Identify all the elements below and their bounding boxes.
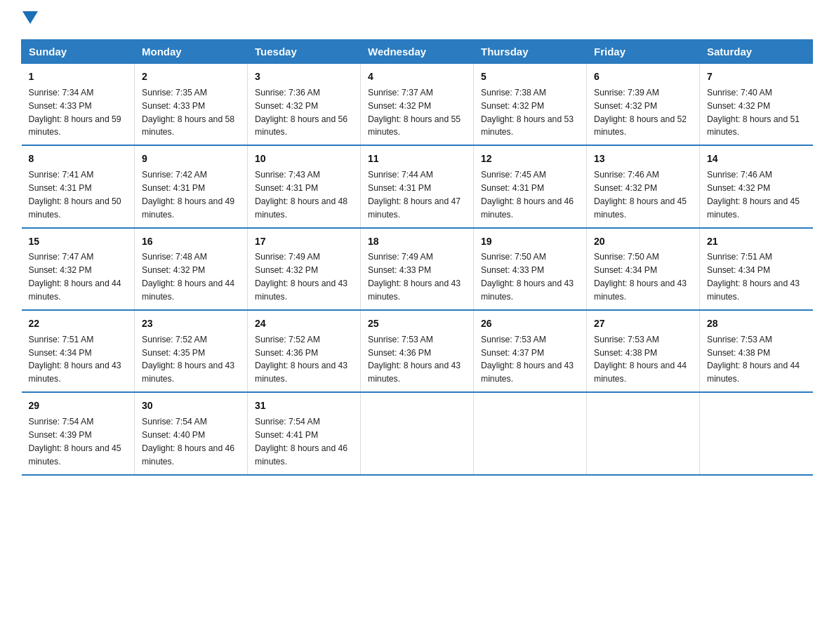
- calendar-cell: 12 Sunrise: 7:45 AMSunset: 4:31 PMDaylig…: [474, 145, 587, 227]
- calendar-cell: 13 Sunrise: 7:46 AMSunset: 4:32 PMDaylig…: [587, 145, 700, 227]
- day-number: 18: [368, 234, 466, 250]
- calendar-cell: 10 Sunrise: 7:43 AMSunset: 4:31 PMDaylig…: [248, 145, 361, 227]
- day-info: Sunrise: 7:42 AMSunset: 4:31 PMDaylight:…: [142, 168, 240, 222]
- day-number: 5: [481, 69, 579, 85]
- calendar-cell: 2 Sunrise: 7:35 AMSunset: 4:33 PMDayligh…: [135, 64, 248, 146]
- calendar-cell: 18 Sunrise: 7:49 AMSunset: 4:33 PMDaylig…: [361, 228, 474, 310]
- day-number: 3: [255, 69, 353, 85]
- calendar-cell: 8 Sunrise: 7:41 AMSunset: 4:31 PMDayligh…: [22, 145, 135, 227]
- day-number: 20: [594, 234, 692, 250]
- day-number: 30: [142, 398, 240, 414]
- day-info: Sunrise: 7:50 AMSunset: 4:34 PMDaylight:…: [594, 250, 692, 304]
- day-info: Sunrise: 7:46 AMSunset: 4:32 PMDaylight:…: [707, 168, 806, 222]
- day-info: Sunrise: 7:41 AMSunset: 4:31 PMDaylight:…: [29, 168, 128, 222]
- calendar-cell: 11 Sunrise: 7:44 AMSunset: 4:31 PMDaylig…: [361, 145, 474, 227]
- day-info: Sunrise: 7:35 AMSunset: 4:33 PMDaylight:…: [142, 86, 240, 140]
- day-info: Sunrise: 7:52 AMSunset: 4:35 PMDaylight:…: [142, 333, 240, 387]
- day-info: Sunrise: 7:54 AMSunset: 4:39 PMDaylight:…: [29, 415, 128, 469]
- calendar-cell: 4 Sunrise: 7:37 AMSunset: 4:32 PMDayligh…: [361, 64, 474, 146]
- day-number: 27: [594, 316, 692, 332]
- calendar-week-row: 1 Sunrise: 7:34 AMSunset: 4:33 PMDayligh…: [22, 64, 813, 146]
- day-info: Sunrise: 7:43 AMSunset: 4:31 PMDaylight:…: [255, 168, 353, 222]
- calendar-cell: 3 Sunrise: 7:36 AMSunset: 4:32 PMDayligh…: [248, 64, 361, 146]
- day-info: Sunrise: 7:36 AMSunset: 4:32 PMDaylight:…: [255, 86, 353, 140]
- calendar-cell: 16 Sunrise: 7:48 AMSunset: 4:32 PMDaylig…: [135, 228, 248, 310]
- calendar-cell: 9 Sunrise: 7:42 AMSunset: 4:31 PMDayligh…: [135, 145, 248, 227]
- header-tuesday: Tuesday: [248, 40, 361, 64]
- header-monday: Monday: [135, 40, 248, 64]
- calendar-header-row: SundayMondayTuesdayWednesdayThursdayFrid…: [22, 40, 813, 64]
- calendar-cell: 20 Sunrise: 7:50 AMSunset: 4:34 PMDaylig…: [587, 228, 700, 310]
- day-number: 24: [255, 316, 353, 332]
- day-number: 31: [255, 398, 353, 414]
- day-number: 2: [142, 69, 240, 85]
- day-info: Sunrise: 7:53 AMSunset: 4:36 PMDaylight:…: [368, 333, 466, 387]
- day-number: 1: [29, 69, 128, 85]
- day-info: Sunrise: 7:44 AMSunset: 4:31 PMDaylight:…: [368, 168, 466, 222]
- day-number: 13: [594, 152, 692, 167]
- day-info: Sunrise: 7:54 AMSunset: 4:41 PMDaylight:…: [255, 415, 353, 469]
- header-saturday: Saturday: [700, 40, 813, 64]
- day-number: 7: [707, 69, 806, 85]
- calendar-week-row: 22 Sunrise: 7:51 AMSunset: 4:34 PMDaylig…: [22, 310, 813, 392]
- calendar-cell: 22 Sunrise: 7:51 AMSunset: 4:34 PMDaylig…: [22, 310, 135, 392]
- day-number: 8: [29, 152, 128, 167]
- day-number: 14: [707, 152, 806, 167]
- day-info: Sunrise: 7:38 AMSunset: 4:32 PMDaylight:…: [481, 86, 579, 140]
- calendar-cell: 31 Sunrise: 7:54 AMSunset: 4:41 PMDaylig…: [248, 392, 361, 474]
- day-info: Sunrise: 7:40 AMSunset: 4:32 PMDaylight:…: [707, 86, 806, 140]
- calendar-cell: 14 Sunrise: 7:46 AMSunset: 4:32 PMDaylig…: [700, 145, 813, 227]
- page-header: [21, 14, 813, 27]
- calendar-cell: 23 Sunrise: 7:52 AMSunset: 4:35 PMDaylig…: [135, 310, 248, 392]
- day-info: Sunrise: 7:51 AMSunset: 4:34 PMDaylight:…: [707, 250, 806, 304]
- day-info: Sunrise: 7:51 AMSunset: 4:34 PMDaylight:…: [29, 333, 128, 387]
- day-number: 15: [29, 234, 128, 250]
- day-info: Sunrise: 7:39 AMSunset: 4:32 PMDaylight:…: [594, 86, 692, 140]
- day-info: Sunrise: 7:47 AMSunset: 4:32 PMDaylight:…: [29, 250, 128, 304]
- day-number: 25: [368, 316, 466, 332]
- calendar-cell: [474, 392, 587, 474]
- header-wednesday: Wednesday: [361, 40, 474, 64]
- day-number: 17: [255, 234, 353, 250]
- calendar-cell: [700, 392, 813, 474]
- day-info: Sunrise: 7:49 AMSunset: 4:33 PMDaylight:…: [368, 250, 466, 304]
- calendar-week-row: 29 Sunrise: 7:54 AMSunset: 4:39 PMDaylig…: [22, 392, 813, 474]
- calendar-cell: 26 Sunrise: 7:53 AMSunset: 4:37 PMDaylig…: [474, 310, 587, 392]
- calendar-cell: 21 Sunrise: 7:51 AMSunset: 4:34 PMDaylig…: [700, 228, 813, 310]
- calendar-cell: 7 Sunrise: 7:40 AMSunset: 4:32 PMDayligh…: [700, 64, 813, 146]
- day-number: 4: [368, 69, 466, 85]
- day-number: 26: [481, 316, 579, 332]
- day-number: 29: [29, 398, 128, 414]
- calendar-cell: 29 Sunrise: 7:54 AMSunset: 4:39 PMDaylig…: [22, 392, 135, 474]
- svg-marker-0: [22, 11, 38, 24]
- calendar-cell: 25 Sunrise: 7:53 AMSunset: 4:36 PMDaylig…: [361, 310, 474, 392]
- calendar-cell: 28 Sunrise: 7:53 AMSunset: 4:38 PMDaylig…: [700, 310, 813, 392]
- day-info: Sunrise: 7:45 AMSunset: 4:31 PMDaylight:…: [481, 168, 579, 222]
- day-info: Sunrise: 7:53 AMSunset: 4:37 PMDaylight:…: [481, 333, 579, 387]
- calendar-week-row: 8 Sunrise: 7:41 AMSunset: 4:31 PMDayligh…: [22, 145, 813, 227]
- day-number: 28: [707, 316, 806, 332]
- day-number: 9: [142, 152, 240, 167]
- day-info: Sunrise: 7:46 AMSunset: 4:32 PMDaylight:…: [594, 168, 692, 222]
- day-info: Sunrise: 7:37 AMSunset: 4:32 PMDaylight:…: [368, 86, 466, 140]
- calendar-cell: 5 Sunrise: 7:38 AMSunset: 4:32 PMDayligh…: [474, 64, 587, 146]
- header-friday: Friday: [587, 40, 700, 64]
- calendar-cell: [587, 392, 700, 474]
- calendar-week-row: 15 Sunrise: 7:47 AMSunset: 4:32 PMDaylig…: [22, 228, 813, 310]
- day-number: 16: [142, 234, 240, 250]
- calendar-cell: 30 Sunrise: 7:54 AMSunset: 4:40 PMDaylig…: [135, 392, 248, 474]
- day-number: 22: [29, 316, 128, 332]
- calendar-cell: 24 Sunrise: 7:52 AMSunset: 4:36 PMDaylig…: [248, 310, 361, 392]
- day-info: Sunrise: 7:54 AMSunset: 4:40 PMDaylight:…: [142, 415, 240, 469]
- day-info: Sunrise: 7:53 AMSunset: 4:38 PMDaylight:…: [594, 333, 692, 387]
- calendar-cell: 1 Sunrise: 7:34 AMSunset: 4:33 PMDayligh…: [22, 64, 135, 146]
- day-number: 10: [255, 152, 353, 167]
- day-number: 12: [481, 152, 579, 167]
- calendar-cell: 19 Sunrise: 7:50 AMSunset: 4:33 PMDaylig…: [474, 228, 587, 310]
- logo: [21, 14, 38, 27]
- day-number: 23: [142, 316, 240, 332]
- calendar-cell: 27 Sunrise: 7:53 AMSunset: 4:38 PMDaylig…: [587, 310, 700, 392]
- calendar-cell: 17 Sunrise: 7:49 AMSunset: 4:32 PMDaylig…: [248, 228, 361, 310]
- day-number: 19: [481, 234, 579, 250]
- day-info: Sunrise: 7:48 AMSunset: 4:32 PMDaylight:…: [142, 250, 240, 304]
